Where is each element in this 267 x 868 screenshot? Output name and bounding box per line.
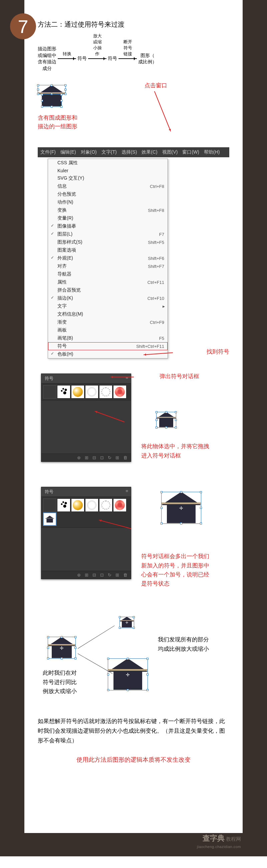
- menu-view[interactable]: 视图(V): [162, 149, 178, 155]
- symbol-swatch-empty[interactable]: [43, 498, 56, 512]
- method-heading: 方法二：通过使用符号来过渡: [38, 20, 229, 29]
- menu-item[interactable]: 图案选项: [48, 246, 167, 254]
- house-caption: 含有围成图形和 描边的一组图形: [38, 114, 229, 131]
- window-menu-dropdown: CSS 属性KulerSVG 交互(Y)信息Ctrl+F8分色预览动作(N)变换…: [48, 159, 168, 359]
- menu-item[interactable]: 变量(R): [48, 214, 167, 222]
- menu-item[interactable]: CSS 属性: [48, 159, 167, 167]
- menu-item[interactable]: Kuler: [48, 167, 167, 174]
- arrow-icon: 放大或缩 小操作: [88, 58, 106, 59]
- flow-step-4: 图形（ 成比例）: [138, 52, 157, 65]
- symbol-swatch[interactable]: [57, 498, 71, 512]
- symbol-swatch[interactable]: [71, 498, 84, 512]
- menu-item[interactable]: 属性Ctrl+F11: [48, 278, 167, 286]
- watermark: 查字典 教程网 jiaocheng.chazidian.com: [197, 833, 241, 849]
- menu-file[interactable]: 文件(F): [41, 149, 56, 155]
- menu-item[interactable]: 描边(K)Ctrl+F10: [48, 294, 167, 302]
- symbol-swatch[interactable]: [113, 385, 127, 399]
- symbol-swatch[interactable]: [99, 498, 112, 512]
- menu-item[interactable]: SVG 交互(Y): [48, 174, 167, 182]
- find-symbol-annotation: 找到符号: [207, 348, 229, 355]
- step-number-badge: 7: [10, 13, 36, 39]
- menu-item[interactable]: 对齐Shift+F7: [48, 262, 167, 270]
- panel-footer: ⊕⊞⊟⊡↻⊞🗑: [42, 571, 131, 579]
- plus-icon: ✛: [126, 672, 130, 677]
- connector-line: [78, 626, 115, 649]
- symbols-panel-after: 符号 ⊕⊞⊟⊡↻⊞🗑: [41, 487, 131, 579]
- popup-annotation: 弹出符号对话框: [160, 373, 199, 380]
- menu-item[interactable]: 信息Ctrl+F8: [48, 182, 167, 190]
- arrow-icon: 转换: [58, 58, 76, 59]
- house-graphic-small: [156, 412, 176, 427]
- plus-icon: ✛: [126, 621, 128, 624]
- menu-item[interactable]: 文字: [48, 302, 167, 310]
- final-note: 使用此方法后图形的逻辑本质将不发生改变: [38, 756, 229, 764]
- house-symbol-graphic: ✛: [161, 492, 201, 523]
- menu-item[interactable]: 分色预览: [48, 190, 167, 198]
- flow-step-1: 描边图形 或编组中 含有描边 成分: [38, 45, 56, 72]
- flow-step-3: 符号: [108, 55, 117, 62]
- house-small: ✛: [119, 617, 134, 627]
- click-window-annotation: 点击窗口: [144, 82, 167, 89]
- break-link-paragraph: 如果想解开符号的话就对激活的符号按鼠标右键，有一个断开符号链接，此时我们会发现描…: [38, 717, 229, 746]
- symbol-swatch[interactable]: [71, 385, 84, 399]
- menu-type[interactable]: 文字(T): [102, 149, 117, 155]
- menu-item[interactable]: 画笔(B)F5: [48, 334, 167, 342]
- scale-observation: 我们发现所有的部分 均成比例放大或缩小: [158, 635, 209, 653]
- menu-item[interactable]: 外观(E)Shift+F6: [48, 254, 167, 262]
- menu-item[interactable]: 拼合器预览: [48, 286, 167, 294]
- menu-help[interactable]: 帮助(H): [204, 149, 220, 155]
- arrow-icon: 断开符号 链接: [118, 58, 137, 59]
- panel-title: 符号: [42, 374, 131, 383]
- symbol-swatch-house[interactable]: [43, 513, 56, 526]
- app-menu-bar: 文件(F) 编辑(E) 对象(O) 文字(T) 选择(S) 效果(C) 视图(V…: [38, 147, 229, 157]
- panel-title: 符号: [42, 487, 131, 497]
- plus-icon: ✛: [179, 505, 183, 511]
- menu-item[interactable]: 图形样式(S)Shift+F5: [48, 238, 167, 246]
- symbol-swatch-empty[interactable]: [43, 385, 56, 399]
- connector-line: [78, 653, 112, 674]
- menu-effect[interactable]: 效果(C): [141, 149, 157, 155]
- workflow-diagram: 描边图形 或编组中 含有描边 成分 转换 符号 放大或缩 小操作 符号 断开符号…: [38, 45, 229, 72]
- plus-icon: ✛: [60, 645, 64, 651]
- flow-step-2: 符号: [77, 55, 87, 62]
- menu-item[interactable]: 画板: [48, 326, 167, 334]
- menu-item[interactable]: 文档信息(M): [48, 310, 167, 318]
- menu-select[interactable]: 选择(S): [122, 149, 137, 155]
- symbol-swatch[interactable]: [85, 498, 99, 512]
- menu-item[interactable]: 变换Shift+F8: [48, 206, 167, 214]
- house-large: ✛: [108, 658, 148, 690]
- menu-object[interactable]: 对象(O): [81, 149, 97, 155]
- menu-item[interactable]: 图层(L)F7: [48, 230, 167, 238]
- symbol-added-annotation: 符号对话框会多出一个我们 新加入的符号，并且图形中 心会有一个加号，说明已经 是…: [141, 552, 209, 588]
- symbols-panel: 符号 ⊕⊞⊟⊡↻⊞🗑: [41, 374, 131, 462]
- menu-item[interactable]: 渐变Ctrl+F9: [48, 318, 167, 326]
- panel-footer: ⊕⊞⊟⊡↻⊞🗑: [42, 454, 131, 462]
- menu-window[interactable]: 窗口(W): [182, 149, 199, 155]
- house-medium: ✛: [48, 637, 76, 658]
- menu-edit[interactable]: 编辑(E): [60, 149, 76, 155]
- symbol-swatch[interactable]: [57, 385, 71, 399]
- menu-item[interactable]: 导航器: [48, 270, 167, 278]
- house-graphic-selected: [38, 85, 66, 106]
- menu-item[interactable]: 符号Shift+Ctrl+F11: [48, 342, 167, 350]
- menu-item[interactable]: 动作(N): [48, 198, 167, 206]
- symbol-swatch[interactable]: [85, 385, 99, 399]
- drag-instruction: 将此物体选中，并将它拖拽 进入符号对话框: [141, 442, 209, 460]
- scale-action: 此时我们在对 符号进行同比 例放大或缩小: [43, 669, 77, 696]
- symbol-swatch[interactable]: [99, 385, 112, 399]
- symbol-swatch[interactable]: [113, 498, 127, 512]
- menu-item[interactable]: 图像描摹: [48, 222, 167, 230]
